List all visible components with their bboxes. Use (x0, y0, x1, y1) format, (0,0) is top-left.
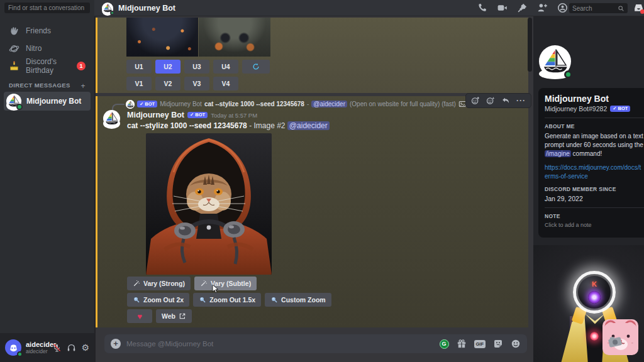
user-panel: aidecider aidecider ⚙ (0, 333, 94, 362)
zoom-out-15x-button[interactable]: Zoom Out 1.5x (193, 293, 261, 307)
add-friend-icon[interactable] (537, 3, 548, 13)
add-reaction-icon[interactable] (471, 96, 480, 105)
heart-icon: ♥ (137, 312, 142, 321)
sticker-icon[interactable] (493, 339, 503, 349)
settings-gear-icon[interactable]: ⚙ (81, 343, 89, 352)
divider (545, 207, 644, 208)
grammarly-icon[interactable]: G (440, 339, 449, 349)
custom-zoom-button[interactable]: Custom Zoom (265, 293, 331, 307)
variation-button-v3[interactable]: V3 (184, 77, 209, 90)
create-dm-button[interactable]: + (81, 82, 86, 90)
web-label: Web (162, 312, 175, 320)
upscale-button-u1[interactable]: U1 (126, 60, 152, 74)
voice-call-icon[interactable] (477, 3, 487, 13)
header-search[interactable] (569, 3, 628, 13)
dm-sidebar: Friends Nitro Discord's Birthday 1 DIREC… (0, 0, 94, 333)
member-since-value: Jan 29, 2022 (545, 195, 644, 202)
user-names[interactable]: aidecider aidecider (26, 341, 48, 354)
online-status-dot (17, 351, 23, 357)
grid-image-2[interactable] (199, 18, 270, 57)
profile-panel: Midjourney Bot Midjourney Bot#9282 ✓ BOT… (533, 16, 644, 362)
upscale-button-u3[interactable]: U3 (184, 60, 209, 74)
mention-pill[interactable]: @aidecider (287, 121, 330, 130)
message-author[interactable]: Midjourney Bot (127, 111, 184, 119)
favorite-button[interactable]: ♥ (127, 309, 152, 323)
wand-icon (200, 280, 208, 287)
message-timestamp: Today at 5:57 PM (211, 112, 257, 119)
gif-picker-icon[interactable]: GIF (474, 340, 486, 348)
wand-icon (133, 280, 140, 287)
divider (545, 118, 644, 118)
channel-avatar (102, 3, 113, 14)
conversation-search-input[interactable] (4, 3, 90, 13)
zoom-button-row: Zoom Out 2x Zoom Out 1.5x Custom Zoom (127, 293, 331, 307)
sidebar-item-friends[interactable]: Friends (4, 23, 91, 39)
emoji-icon[interactable] (511, 339, 521, 349)
zoom-out-2x-button[interactable]: Zoom Out 2x (127, 293, 189, 307)
user-subtext: aidecider (26, 348, 48, 354)
scrollbar-thumb[interactable] (528, 18, 532, 72)
inbox-icon[interactable] (633, 3, 644, 13)
web-button[interactable]: Web (156, 309, 192, 323)
mic-muted-icon[interactable] (52, 343, 62, 353)
variation-button-v4[interactable]: V4 (213, 77, 238, 90)
grid-image-1[interactable] (126, 18, 198, 57)
vary-strong-button[interactable]: Vary (Strong) (127, 277, 191, 290)
chat-area: U1 U2 U3 U4 V1 V2 V3 V4 ✓ BOT Midjourney… (94, 16, 533, 362)
attach-plus-icon[interactable]: + (111, 339, 121, 349)
sidebar-item-nitro[interactable]: Nitro (4, 40, 91, 57)
variation-button-v1[interactable]: V1 (126, 77, 152, 90)
midjourney-avatar (6, 94, 21, 109)
pin-icon[interactable] (517, 3, 528, 13)
note-placeholder[interactable]: Click to add a note (545, 222, 644, 228)
dm-item-label: Midjourney Bot (26, 97, 81, 106)
user-profile-icon[interactable] (557, 3, 568, 13)
message-avatar[interactable] (103, 110, 120, 127)
reply-icon[interactable] (501, 96, 510, 105)
variation-button-v2[interactable]: V2 (155, 77, 180, 90)
nitro-label: Nitro (26, 44, 42, 53)
super-reaction-icon[interactable] (486, 96, 495, 105)
zoom-2x-label: Zoom Out 2x (143, 296, 184, 304)
mention-pill[interactable]: @aidecider (311, 101, 347, 107)
reply-reference[interactable]: ✓ BOT Midjourney Bot cat --stylize 1000 … (126, 99, 467, 109)
mini-avatar (126, 100, 135, 109)
about-me-text: Generate an image based on a text prompt… (545, 132, 644, 158)
prompt-text: cat --stylize 1000 --seed 12345678 (127, 121, 247, 130)
gift-icon[interactable] (457, 339, 467, 349)
vary-subtle-button[interactable]: Vary (Subtle) (194, 277, 257, 290)
about-me-label: ABOUT ME (545, 123, 644, 129)
more-options-icon[interactable]: ··· (516, 96, 526, 105)
headphones-icon[interactable] (67, 343, 76, 353)
chat-scrollbar[interactable] (528, 18, 532, 331)
upscale-button-u4[interactable]: U4 (213, 60, 238, 74)
message-input[interactable] (126, 340, 434, 348)
message-input-bar[interactable]: + G GIF (104, 334, 527, 353)
sidebar-item-discords-birthday[interactable]: Discord's Birthday 1 (4, 58, 91, 74)
external-link-icon (179, 312, 186, 320)
reroll-button[interactable] (242, 60, 270, 74)
spacer (545, 183, 644, 184)
profile-name: Midjourney Bot (545, 94, 644, 104)
upscale-button-u2[interactable]: U2 (155, 60, 180, 74)
zoom-glass-icon (199, 296, 206, 304)
imagine-command-pill[interactable]: /imagine (545, 150, 571, 157)
body-mid-text: - Image #2 (249, 121, 285, 130)
profile-avatar[interactable] (539, 45, 571, 77)
about-text-1: Generate an image based on a text prompt… (545, 133, 643, 148)
upscaled-cat-image[interactable] (146, 133, 272, 275)
composer-icons: G GIF (440, 339, 521, 349)
sailboat-avatar-icon (103, 118, 120, 127)
video-call-icon[interactable] (497, 3, 508, 13)
dm-item-midjourney-bot[interactable]: Midjourney Bot (4, 92, 91, 111)
dm-section-header: DIRECT MESSAGES + (9, 82, 89, 90)
message-body: cat --stylize 1000 --seed 12345678 - Ima… (127, 121, 330, 130)
bot-badge: ✓ BOT (610, 106, 630, 112)
user-avatar[interactable] (5, 339, 21, 356)
terms-link[interactable]: https://docs.midjourney.com/docs/terms-o… (545, 163, 644, 180)
chest-glow (590, 332, 599, 341)
search-input[interactable] (572, 5, 618, 12)
profile-card: Midjourney Bot Midjourney Bot#9282 ✓ BOT… (538, 88, 644, 238)
nitro-icon (9, 43, 19, 54)
bot-badge: ✓ BOT (187, 112, 208, 119)
